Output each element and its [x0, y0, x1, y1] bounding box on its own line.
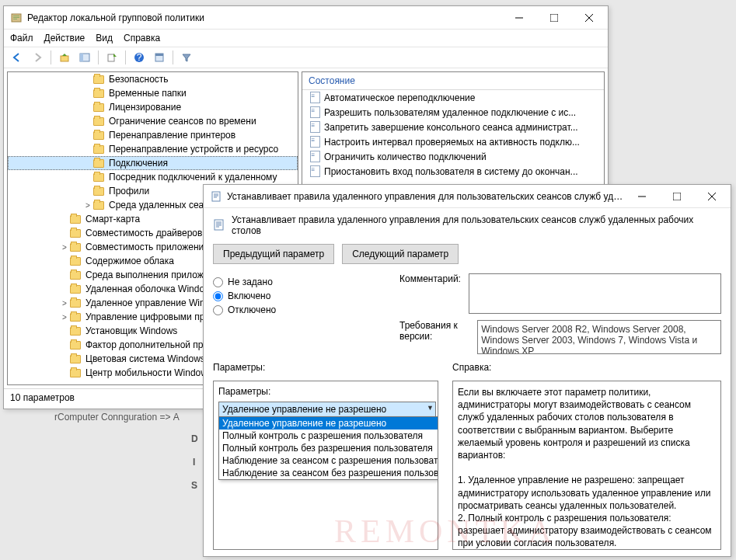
folder-icon — [70, 297, 82, 308]
folder-icon — [70, 311, 82, 322]
help-label: Справка: — [452, 362, 491, 373]
folder-icon — [70, 325, 82, 336]
show-hide-tree-button[interactable] — [76, 49, 93, 66]
forward-button[interactable] — [29, 49, 46, 66]
tree-item-label: Цветовая система Windows — [85, 353, 205, 364]
menu-file[interactable]: Файл — [10, 33, 33, 43]
tree-item-label: Удаленная оболочка Window — [85, 283, 211, 294]
list-item-label: Автоматическое переподключение — [324, 92, 475, 103]
menu-help[interactable]: Справка — [124, 33, 160, 43]
help-box[interactable]: Если вы включаете этот параметр политики… — [452, 381, 721, 550]
options-select[interactable]: Удаленное управление не разрешено — [218, 402, 436, 417]
comment-textarea[interactable] — [469, 273, 721, 314]
tree-twisty-icon[interactable]: > — [82, 201, 93, 210]
tree-item[interactable]: Ограничение сеансов по времени — [8, 114, 298, 128]
tree-item-label: Перенаправление устройств и ресурсо — [109, 144, 278, 155]
list-item-label: Настроить интервал проверяемых на активн… — [324, 137, 580, 148]
tree-item-label: Профили — [109, 186, 149, 197]
options-label: Параметры: — [213, 362, 438, 373]
svg-rect-10 — [80, 54, 83, 61]
radio-not-configured[interactable]: Не задано — [213, 277, 384, 287]
dropdown-option[interactable]: Наблюдение за сеансом с разрешения польз… — [219, 454, 438, 467]
radio-disabled[interactable]: Отключено — [213, 304, 384, 315]
tree-item-label: Фактор дополнительной пр — [85, 339, 204, 350]
list-item-label: Приостановить вход пользователя в систем… — [324, 166, 578, 177]
comment-label: Комментарий: — [399, 273, 461, 284]
policy-item-icon: ≡ — [309, 106, 321, 119]
tree-item-label: Подключения — [109, 158, 168, 169]
up-button[interactable] — [56, 49, 73, 66]
dialog-close-button[interactable] — [694, 186, 729, 207]
tree-twisty-icon[interactable]: > — [59, 299, 70, 308]
folder-icon — [93, 144, 106, 155]
dropdown-option[interactable]: Полный контроль с разрешения пользовател… — [219, 430, 438, 442]
options-dropdown[interactable]: Удаленное управление не разрешеноПолный … — [218, 416, 438, 480]
tree-item[interactable]: Перенаправление принтеров — [8, 128, 298, 142]
list-column-header[interactable]: Состояние — [302, 72, 604, 90]
bg-fragment: D — [191, 433, 198, 444]
list-item[interactable]: ≡Ограничить количество подключений — [302, 149, 604, 164]
previous-setting-button[interactable]: Предыдущий параметр — [213, 244, 334, 264]
policy-item-icon: ≡ — [309, 121, 321, 134]
tree-item[interactable]: Перенаправление устройств и ресурсо — [8, 142, 298, 156]
export-button[interactable] — [103, 49, 120, 66]
tree-item-label: Посредник подключений к удаленному — [109, 172, 277, 183]
folder-icon — [70, 270, 82, 280]
tree-item[interactable]: Подключения — [8, 156, 298, 170]
folder-icon — [93, 186, 106, 197]
dialog-heading: Устанавливает правила удаленного управле… — [232, 214, 721, 236]
dropdown-option[interactable]: Полный контроль без разрешения пользоват… — [219, 442, 438, 454]
radio-enabled[interactable]: Включено — [213, 290, 384, 301]
list-item[interactable]: ≡Разрешить пользователям удаленное подкл… — [302, 105, 604, 120]
tree-item-label: Совместимость драйверов — [85, 228, 202, 238]
folder-icon — [70, 367, 82, 378]
folder-icon — [93, 116, 106, 127]
help-icon[interactable]: ? — [131, 49, 148, 66]
svg-text:?: ? — [137, 52, 142, 63]
menubar: Файл Действие Вид Справка — [4, 30, 608, 47]
list-item[interactable]: ≡Приостановить вход пользователя в систе… — [302, 164, 604, 179]
properties-button[interactable] — [151, 49, 168, 66]
tree-item-label: Управление цифровыми пр — [85, 311, 204, 322]
filter-icon[interactable] — [178, 49, 195, 66]
tree-item[interactable]: Временные папки — [8, 86, 298, 100]
svg-rect-16 — [212, 192, 220, 201]
tree-item[interactable]: Лицензирование — [8, 100, 298, 114]
folder-icon — [93, 102, 106, 113]
tree-twisty-icon[interactable]: > — [59, 313, 70, 322]
requirements-label: Требования к версии: — [399, 320, 469, 342]
svg-rect-11 — [108, 54, 114, 61]
folder-icon — [70, 228, 82, 238]
menu-view[interactable]: Вид — [96, 33, 113, 43]
list-item[interactable]: ≡Настроить интервал проверяемых на актив… — [302, 134, 604, 149]
tree-item-label: Центр мобильности Window — [85, 367, 208, 378]
tree-item-label: Перенаправление принтеров — [109, 130, 235, 141]
list-item[interactable]: ≡Запретить завершение консольного сеанса… — [302, 120, 604, 134]
dropdown-option[interactable]: Удаленное управление не разрешено — [219, 417, 438, 430]
tree-item[interactable]: Посредник подключений к удаленному — [8, 170, 298, 184]
list-item-label: Разрешить пользователям удаленное подклю… — [324, 107, 576, 118]
help-text: Если вы включаете этот параметр политики… — [458, 387, 714, 550]
folder-icon — [70, 214, 82, 224]
dropdown-option[interactable]: Наблюдение за сеансом без разрешения пол… — [219, 467, 438, 479]
back-button[interactable] — [9, 49, 26, 66]
tree-twisty-icon[interactable]: > — [59, 243, 70, 252]
tree-item-label: Установщик Windows — [85, 325, 177, 336]
dialog-maximize-button[interactable] — [659, 186, 694, 207]
menu-action[interactable]: Действие — [44, 33, 85, 43]
list-item[interactable]: ≡Автоматическое переподключение — [302, 90, 604, 105]
dialog-minimize-button[interactable] — [624, 186, 659, 207]
next-setting-button[interactable]: Следующий параметр — [342, 244, 459, 264]
bg-fragment: S — [191, 480, 197, 491]
maximize-button[interactable] — [536, 7, 571, 29]
tree-item[interactable]: Безопасность — [8, 72, 298, 86]
bg-fragment: rComputer Connguration => А — [54, 412, 180, 423]
close-button[interactable] — [571, 7, 606, 29]
tree-item-label: Временные папки — [109, 88, 187, 99]
policy-item-icon: ≡ — [309, 165, 321, 178]
requirements-box: Windows Server 2008 R2, Windows Server 2… — [477, 320, 721, 354]
svg-rect-1 — [13, 16, 19, 16]
minimize-button[interactable] — [501, 7, 536, 29]
policy-item-icon: ≡ — [309, 136, 321, 148]
list-item-label: Ограничить количество подключений — [324, 151, 487, 162]
